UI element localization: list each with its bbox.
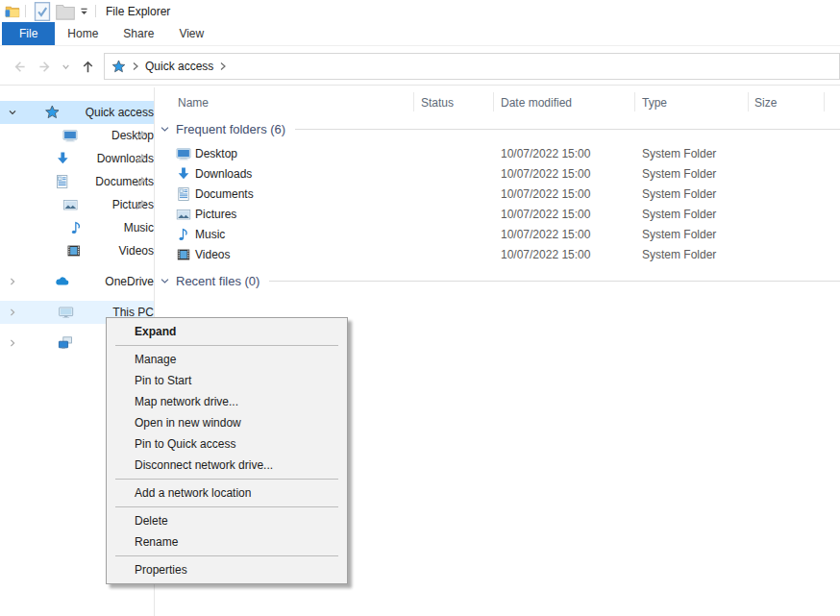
tab-home[interactable]: Home: [55, 22, 111, 45]
file-row-pictures[interactable]: Pictures10/07/2022 15:00System Folder: [155, 205, 840, 225]
menu-item-pin-to-quick-access[interactable]: Pin to Quick access: [107, 433, 347, 455]
sidebar-item-music[interactable]: Music: [0, 216, 154, 239]
chevron-right-icon[interactable]: [8, 308, 17, 317]
videos-icon: [35, 243, 113, 259]
file-explorer-window: { "window": { "title": "File Explorer" }…: [0, 0, 840, 616]
navigation-bar: Quick access: [0, 45, 840, 86]
menu-item-rename[interactable]: Rename: [107, 531, 347, 553]
pin-icon: [136, 199, 147, 210]
column-resize-handle[interactable]: [824, 92, 825, 111]
desktop-icon: [176, 146, 191, 161]
sidebar-item-pictures[interactable]: Pictures: [0, 193, 154, 216]
quick-access-star-icon: [111, 60, 126, 74]
file-name[interactable]: Downloads: [195, 167, 252, 181]
menu-item-properties[interactable]: Properties: [107, 559, 347, 580]
column-header-status[interactable]: Status: [421, 96, 454, 110]
sidebar-item-label: Videos: [119, 244, 154, 258]
file-name[interactable]: Videos: [195, 248, 230, 261]
quick-access-star-icon: [25, 105, 80, 120]
chevron-right-icon[interactable]: [8, 338, 17, 348]
ribbon-tabs: FileHomeShareView: [0, 22, 840, 45]
this-pc-context-menu: ExpandManagePin to StartMap network driv…: [106, 317, 348, 584]
breadcrumb-chevron-icon: [132, 62, 139, 71]
back-button[interactable]: [6, 54, 31, 79]
tab-view[interactable]: View: [166, 22, 216, 45]
group-chevron-icon[interactable]: [160, 276, 170, 286]
group-header-recent-files-0[interactable]: Recent files (0): [160, 272, 840, 289]
column-resize-handle[interactable]: [634, 92, 635, 111]
sidebar-item-onedrive[interactable]: OneDrive: [0, 270, 154, 293]
menu-item-map-network-drive[interactable]: Map network drive...: [107, 391, 347, 412]
window-title: File Explorer: [106, 5, 170, 18]
music-icon: [35, 220, 118, 235]
forward-button[interactable]: [33, 54, 58, 79]
address-bar[interactable]: Quick access: [104, 53, 840, 80]
file-name[interactable]: Music: [195, 228, 225, 241]
file-name[interactable]: Desktop: [195, 147, 237, 160]
file-type: System Folder: [642, 228, 716, 241]
menu-item-open-in-new-window[interactable]: Open in new window: [107, 412, 347, 433]
group-rule: [295, 129, 840, 130]
downloads-icon: [176, 166, 191, 182]
this-pc-icon: [25, 305, 107, 320]
chevron-right-icon[interactable]: [8, 277, 17, 286]
menu-separator: [115, 555, 338, 556]
file-type: System Folder: [642, 187, 716, 201]
file-date-modified: 10/07/2022 15:00: [501, 147, 590, 160]
menu-item-add-a-network-location[interactable]: Add a network location: [107, 482, 347, 504]
column-resize-handle[interactable]: [748, 92, 749, 111]
group-chevron-icon[interactable]: [160, 124, 170, 135]
network-icon: [25, 335, 106, 351]
menu-item-delete[interactable]: Delete: [107, 510, 347, 531]
file-name[interactable]: Pictures: [195, 208, 236, 221]
menu-separator: [115, 479, 338, 480]
sidebar-item-quick-access[interactable]: Quick access: [0, 101, 154, 124]
tab-share[interactable]: Share: [111, 22, 166, 45]
sidebar-item-label: Desktop: [111, 129, 154, 142]
file-date-modified: 10/07/2022 15:00: [501, 167, 590, 181]
file-date-modified: 10/07/2022 15:00: [501, 228, 590, 241]
file-row-music[interactable]: Music10/07/2022 15:00System Folder: [155, 225, 840, 245]
pictures-icon: [35, 197, 107, 212]
pin-icon: [136, 176, 147, 187]
column-header-type[interactable]: Type: [642, 96, 667, 110]
breadcrumb-location[interactable]: Quick access: [145, 60, 213, 73]
sidebar-item-label: OneDrive: [105, 275, 154, 288]
group-label: Recent files (0): [176, 274, 259, 288]
breadcrumb-chevron-icon[interactable]: [219, 62, 227, 71]
new-folder-icon[interactable]: [54, 2, 77, 20]
chevron-down-icon[interactable]: [8, 108, 17, 117]
up-button[interactable]: [75, 54, 100, 79]
menu-item-manage[interactable]: Manage: [107, 349, 347, 370]
customize-toolbar-arrow-icon[interactable]: [77, 2, 90, 20]
column-resize-handle[interactable]: [413, 92, 414, 111]
desktop-icon: [35, 128, 106, 143]
videos-icon: [176, 247, 191, 262]
group-label: Frequent folders (6): [176, 122, 285, 136]
column-resize-handle[interactable]: [493, 92, 494, 111]
menu-item-pin-to-start[interactable]: Pin to Start: [107, 370, 347, 391]
downloads-icon: [35, 151, 91, 166]
column-header-name[interactable]: Name: [178, 96, 209, 110]
menu-item-disconnect-network-drive[interactable]: Disconnect network drive...: [107, 455, 347, 476]
recent-locations-button[interactable]: [58, 54, 73, 79]
sidebar-item-downloads[interactable]: Downloads: [0, 147, 154, 170]
explorer-logo-icon[interactable]: [5, 4, 20, 19]
column-header-size[interactable]: Size: [754, 96, 777, 110]
column-header-date-modified[interactable]: Date modified: [501, 96, 572, 110]
properties-check-icon[interactable]: [31, 2, 54, 20]
menu-item-expand[interactable]: Expand: [107, 321, 347, 342]
sidebar-item-videos[interactable]: Videos: [0, 239, 154, 262]
file-row-documents[interactable]: Documents10/07/2022 15:00System Folder: [155, 185, 840, 205]
sidebar-item-desktop[interactable]: Desktop: [0, 124, 154, 147]
file-name[interactable]: Documents: [195, 187, 254, 201]
group-header-frequent-folders-6[interactable]: Frequent folders (6): [160, 120, 840, 137]
file-row-videos[interactable]: Videos10/07/2022 15:00System Folder: [155, 245, 840, 265]
music-icon: [176, 227, 191, 242]
file-row-downloads[interactable]: Downloads10/07/2022 15:00System Folder: [155, 164, 840, 185]
titlebar: File Explorer: [0, 0, 840, 22]
file-row-desktop[interactable]: Desktop10/07/2022 15:00System Folder: [155, 144, 840, 164]
sidebar-item-documents[interactable]: Documents: [0, 170, 154, 193]
tab-file[interactable]: File: [2, 22, 55, 45]
onedrive-icon: [25, 274, 99, 289]
